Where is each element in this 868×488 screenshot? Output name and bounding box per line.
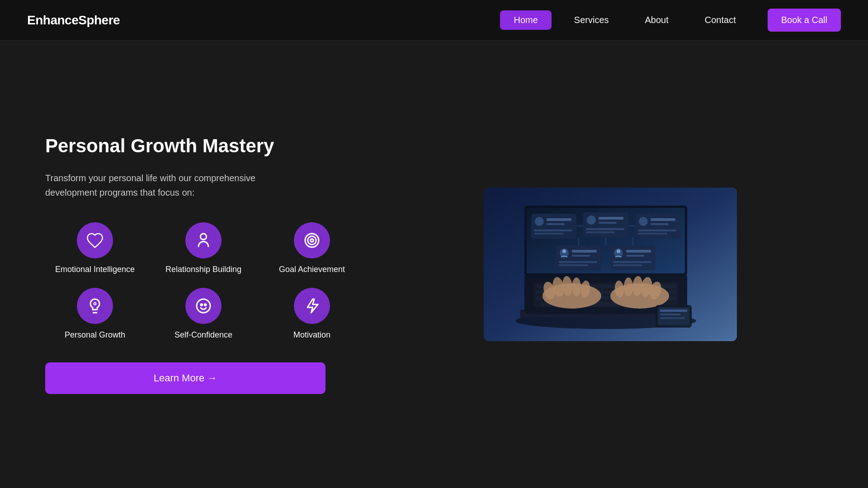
features-grid: Emotional Intelligence Relationship Buil… — [45, 222, 362, 340]
svg-point-7 — [205, 304, 206, 305]
personal-growth-label: Personal Growth — [65, 330, 125, 340]
svg-rect-73 — [484, 188, 737, 341]
goal-achievement-label: Goal Achievement — [279, 265, 345, 274]
feature-relationship-building: Relationship Building — [154, 222, 253, 274]
goal-achievement-icon-circle — [294, 222, 330, 258]
self-confidence-label: Self-Confidence — [175, 330, 232, 340]
svg-point-0 — [200, 234, 206, 239]
nav-links: Home Services About Contact Book a Call — [500, 9, 841, 32]
svg-point-5 — [197, 299, 210, 313]
smile-icon — [194, 297, 212, 315]
emotional-intelligence-label: Emotional Intelligence — [55, 265, 135, 274]
feature-personal-growth: Personal Growth — [45, 288, 145, 340]
hero-illustration — [484, 188, 737, 341]
svg-point-4 — [94, 303, 96, 305]
feature-self-confidence: Self-Confidence — [154, 288, 253, 340]
hero-image — [484, 188, 737, 341]
learn-more-button[interactable]: Learn More → — [45, 362, 326, 394]
svg-point-6 — [201, 304, 202, 305]
feature-emotional-intelligence: Emotional Intelligence — [45, 222, 145, 274]
person-icon — [194, 231, 212, 249]
nav-contact[interactable]: Contact — [691, 10, 750, 30]
hero-title: Personal Growth Mastery — [45, 135, 362, 157]
nav-about[interactable]: About — [632, 10, 682, 30]
nav-home[interactable]: Home — [500, 10, 551, 30]
nav-services[interactable]: Services — [561, 10, 623, 30]
motivation-icon-circle — [294, 288, 330, 324]
svg-point-3 — [311, 239, 314, 242]
navbar: EnhanceSphere Home Services About Contac… — [0, 0, 868, 41]
svg-point-2 — [308, 236, 316, 244]
bolt-icon — [303, 297, 321, 315]
hero-subtitle: Transform your personal life with our co… — [45, 171, 307, 200]
feature-motivation: Motivation — [262, 288, 362, 340]
right-section — [398, 188, 823, 341]
left-section: Personal Growth Mastery Transform your p… — [45, 135, 362, 394]
book-call-button[interactable]: Book a Call — [768, 9, 841, 32]
emotional-intelligence-icon-circle — [77, 222, 113, 258]
self-confidence-icon-circle — [185, 288, 222, 324]
motivation-label: Motivation — [293, 330, 330, 340]
personal-growth-icon-circle — [77, 288, 113, 324]
bulb-icon — [86, 297, 104, 315]
brand-logo: EnhanceSphere — [27, 13, 120, 28]
relationship-building-label: Relationship Building — [165, 265, 241, 274]
feature-goal-achievement: Goal Achievement — [262, 222, 362, 274]
heart-icon — [86, 231, 104, 249]
relationship-building-icon-circle — [185, 222, 222, 258]
main-content: Personal Growth Mastery Transform your p… — [0, 41, 868, 488]
target-icon — [303, 231, 321, 249]
